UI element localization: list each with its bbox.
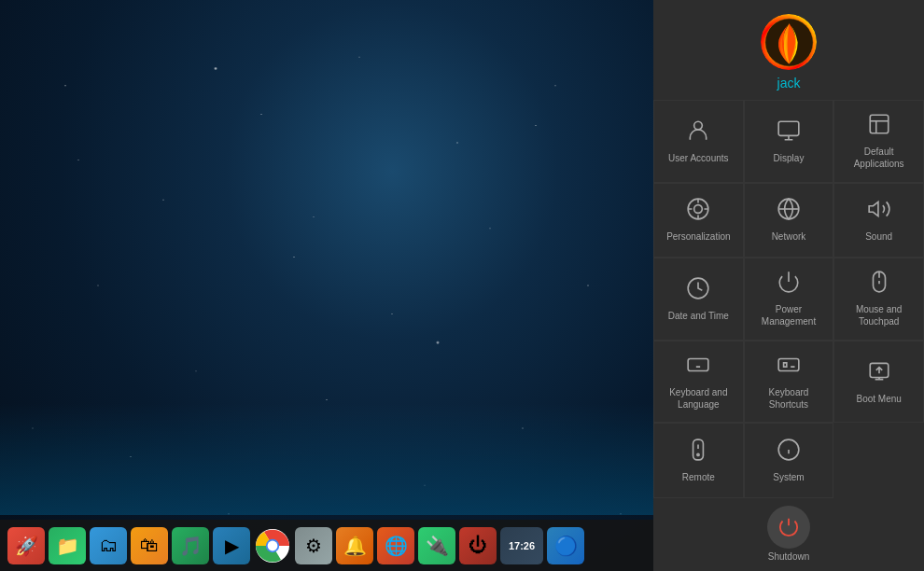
taskbar-icon-green-app[interactable]: 🔌 [418,527,455,564]
taskbar-icon-settings[interactable]: ⚙ [295,527,332,564]
svg-rect-7 [870,116,889,134]
settings-item-boot-menu[interactable]: Boot Menu [833,341,924,424]
settings-label-default-applications: Default Applications [840,146,917,170]
remote-icon [686,438,710,466]
settings-item-power-management[interactable]: Power Management [744,258,834,341]
settings-item-network[interactable]: Network [744,183,834,258]
monitor-icon [777,118,801,146]
info-icon [777,438,801,466]
taskbar-icon-time[interactable]: 17:26 [500,527,543,564]
clock-icon [686,276,710,304]
settings-item-keyboard-shortcuts[interactable]: Keyboard Shortcuts [744,341,834,424]
settings-label-personalization: Personalization [666,230,730,243]
settings-grid: User Accounts Display Default Applicatio… [653,100,924,498]
taskbar-icon-chrome[interactable] [254,527,291,564]
svg-rect-19 [693,439,704,460]
taskbar-icon-shutdown-icon[interactable]: ⏻ [459,527,497,564]
svg-point-9 [694,205,703,214]
boot-icon [867,359,891,387]
settings-item-sound[interactable]: Sound [833,183,924,258]
settings-item-user-accounts[interactable]: User Accounts [653,100,744,183]
taskbar-icon-mintupdate[interactable]: 🔔 [336,527,373,564]
taskbar-icon-file-manager[interactable]: 🗂 [90,527,127,564]
person-icon [686,118,710,146]
settings-item-date-and-time[interactable]: Date and Time [653,258,744,341]
svg-point-20 [697,454,699,456]
shutdown-label: Shutdown [768,551,809,562]
settings-item-mouse-and-touchpad[interactable]: Mouse and Touchpad [833,258,924,341]
settings-label-date-and-time: Date and Time [668,310,729,322]
settings-item-personalization[interactable]: Personalization [653,183,744,258]
keyboard-fn-icon [777,353,801,381]
window-icon [867,112,891,140]
settings-label-network: Network [772,230,806,243]
user-header: jack [653,0,924,100]
username: jack [777,76,801,91]
svg-rect-17 [778,359,799,371]
avatar-svg [763,17,815,68]
taskbar-icon-nemo[interactable]: 📁 [49,527,86,564]
settings-label-user-accounts: User Accounts [668,152,728,164]
taskbar-icon-video[interactable]: ▶ [213,527,250,564]
settings-panel: jack User Accounts Display Default Appli… [653,0,924,571]
settings-item-system[interactable]: System [744,423,834,498]
settings-label-keyboard-and-language: Keyboard and Language [660,386,737,411]
settings-item-remote[interactable]: Remote [653,423,744,498]
avatar[interactable] [761,14,817,70]
taskbar: 🚀📁🗂🛍🎵▶ ⚙🔔🌐🔌⏻17:26🔵 [0,520,653,571]
settings-item-display[interactable]: Display [744,100,834,183]
keyboard-icon [686,353,710,381]
taskbar-icon-music[interactable]: 🎵 [172,527,209,564]
svg-point-2 [268,540,278,550]
settings-label-sound: Sound [865,230,892,243]
palette-icon [686,197,710,225]
svg-rect-6 [778,121,799,135]
settings-label-boot-menu: Boot Menu [856,393,901,405]
settings-label-power-management: Power Management [750,303,828,327]
power-icon [778,517,799,537]
taskbar-icon-bag[interactable]: 🛍 [131,527,168,564]
svg-point-5 [694,121,703,130]
chrome-svg [256,529,289,563]
settings-label-keyboard-shortcuts: Keyboard Shortcuts [750,386,828,411]
taskbar-icon-browser[interactable]: 🌐 [377,527,414,564]
settings-label-system: System [773,471,804,483]
network-icon [777,197,801,225]
settings-item-keyboard-and-language[interactable]: Keyboard and Language [653,341,744,424]
avatar-image [761,14,817,70]
settings-item-default-applications[interactable]: Default Applications [833,100,924,183]
settings-label-mouse-and-touchpad: Mouse and Touchpad [840,303,917,327]
power-icon [777,270,801,298]
sound-icon [867,197,891,225]
settings-label-display: Display [774,152,805,164]
settings-label-remote: Remote [682,471,715,483]
shutdown-button[interactable] [767,506,810,549]
shutdown-section: Shutdown [653,498,924,571]
svg-rect-16 [688,359,708,371]
desktop [0,0,653,571]
mouse-icon [867,270,891,298]
taskbar-icon-blue-circle[interactable]: 🔵 [547,527,584,564]
taskbar-icon-rocket[interactable]: 🚀 [7,527,45,564]
